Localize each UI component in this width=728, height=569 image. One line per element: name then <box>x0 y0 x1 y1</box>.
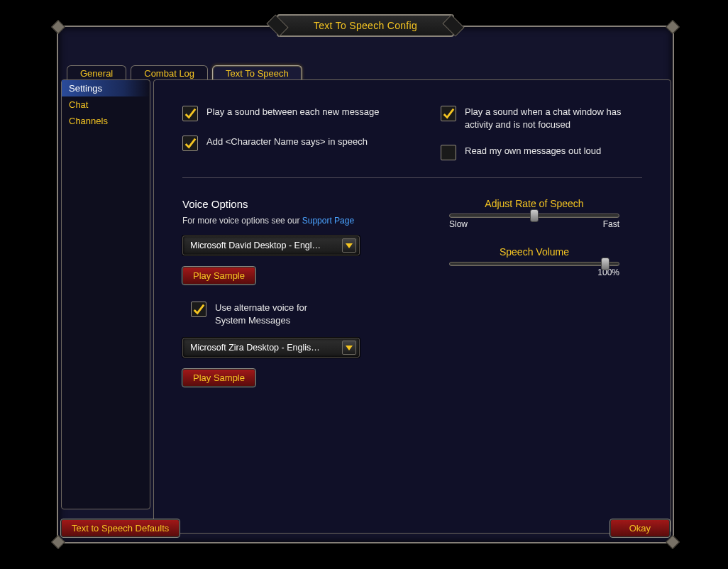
tab-text-to-speech[interactable]: Text To Speech <box>212 65 302 81</box>
sidebar: Settings Chat Channels <box>61 79 150 509</box>
voice-dropdown-primary-text: Microsoft David Desktop - Engl… <box>190 241 342 250</box>
check-icon <box>184 107 197 120</box>
label-activity-sound: Play a sound when a chat window has acti… <box>465 106 642 131</box>
check-icon <box>192 303 205 316</box>
tab-combat-log[interactable]: Combat Log <box>131 65 208 81</box>
label-read-own-messages: Read my own messages out loud <box>465 145 601 158</box>
checkbox-add-character-says[interactable] <box>182 136 198 151</box>
footer: Text to Speech Defaults Okay <box>61 516 670 539</box>
checkbox-read-own-messages[interactable] <box>441 145 456 160</box>
voice-options-title: Voice Options <box>182 198 398 210</box>
corner-ornament <box>666 20 680 34</box>
label-play-sound-between: Play a sound between each new message <box>206 106 380 118</box>
defaults-button[interactable]: Text to Speech Defaults <box>61 519 180 537</box>
page-title: Text To Speech Config <box>314 20 417 31</box>
checks-row: Play a sound between each new message Ad… <box>182 106 642 160</box>
sidebar-item-chat[interactable]: Chat <box>62 96 150 113</box>
voice-help-prefix: For more voice options see our <box>182 216 302 226</box>
rate-slider[interactable] <box>449 214 619 218</box>
play-sample-alt-button[interactable]: Play Sample <box>182 369 255 387</box>
rate-slider-right-label: Fast <box>603 219 619 229</box>
corner-ornament <box>51 20 65 34</box>
rate-slider-thumb[interactable] <box>530 209 539 222</box>
config-frame: Text To Speech Config General Combat Log… <box>57 26 674 543</box>
chevron-down-icon <box>342 341 356 355</box>
voice-help-text: For more voice options see our Support P… <box>182 216 398 226</box>
voice-row: Voice Options For more voice options see… <box>182 198 642 401</box>
label-add-character-says: Add <Character Name says> in speech <box>206 136 368 148</box>
svg-marker-0 <box>346 243 353 248</box>
voice-dropdown-primary[interactable]: Microsoft David Desktop - Engl… <box>182 236 360 255</box>
checkbox-activity-sound[interactable] <box>441 106 456 121</box>
check-icon <box>184 137 197 150</box>
label-alt-voice: Use alternate voice for System Messages <box>215 302 329 326</box>
checkbox-alt-voice[interactable] <box>191 302 206 317</box>
tabs-row: General Combat Log Text To Speech <box>67 65 302 81</box>
title-bar: Text To Speech Config <box>277 14 454 37</box>
voice-dropdown-alt[interactable]: Microsoft Zira Desktop - Englis… <box>182 338 360 358</box>
tab-general[interactable]: General <box>67 65 126 81</box>
chevron-down-icon <box>342 238 356 253</box>
volume-slider[interactable] <box>449 262 619 266</box>
sidebar-item-settings[interactable]: Settings <box>62 80 150 96</box>
svg-marker-1 <box>346 346 353 350</box>
support-page-link[interactable]: Support Page <box>302 216 354 226</box>
rate-slider-title: Adjust Rate of Speech <box>449 198 619 209</box>
check-icon <box>442 107 455 120</box>
okay-button[interactable]: Okay <box>610 519 670 537</box>
volume-slider-thumb[interactable] <box>601 258 610 270</box>
sidebar-item-channels[interactable]: Channels <box>62 113 150 129</box>
rate-slider-left-label: Slow <box>449 219 468 229</box>
volume-slider-title: Speech Volume <box>449 246 619 258</box>
voice-dropdown-alt-text: Microsoft Zira Desktop - Englis… <box>190 343 342 353</box>
play-sample-primary-button[interactable]: Play Sample <box>182 267 255 284</box>
settings-panel: Play a sound between each new message Ad… <box>153 79 671 534</box>
checkbox-play-sound-between[interactable] <box>182 106 198 121</box>
divider <box>182 177 642 178</box>
